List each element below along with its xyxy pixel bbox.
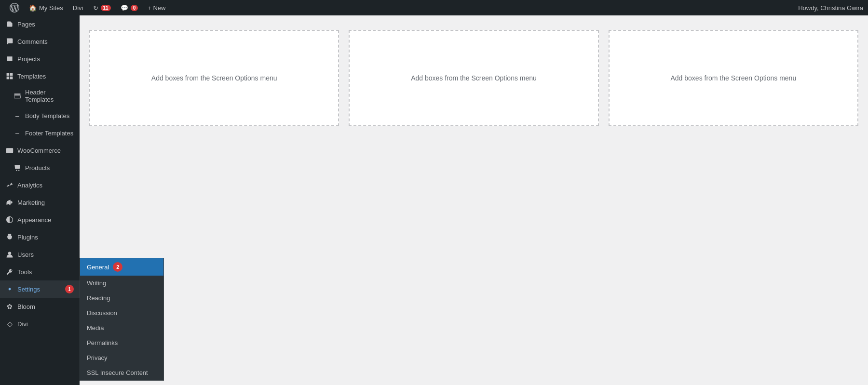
svg-rect-0	[7, 73, 10, 76]
plugins-label: Plugins	[17, 234, 38, 241]
flyout-item-reading[interactable]: Reading	[80, 291, 163, 305]
main-layout: Pages Comments Projects Templates Header	[0, 15, 868, 385]
sidebar: Pages Comments Projects Templates Header	[0, 15, 80, 385]
svg-rect-4	[6, 148, 13, 153]
settings-badge: 1	[65, 285, 74, 293]
sidebar-item-header-templates[interactable]: Header Templates	[0, 85, 80, 107]
my-sites-item[interactable]: 🏠 My Sites	[24, 0, 68, 15]
sidebar-item-users[interactable]: Users	[0, 246, 80, 263]
analytics-label: Analytics	[17, 182, 42, 189]
appearance-label: Appearance	[17, 216, 51, 224]
svg-point-10	[8, 252, 11, 254]
comments-count: 0	[131, 5, 138, 11]
flyout-ssl-label: SSL Insecure Content	[87, 369, 148, 376]
users-icon	[6, 251, 14, 258]
sidebar-item-pages[interactable]: Pages	[0, 15, 80, 33]
dashboard-box-3-text: Add boxes from the Screen Options menu	[670, 74, 796, 82]
sidebar-item-comments[interactable]: Comments	[0, 33, 80, 50]
wp-icon	[10, 3, 19, 13]
flyout-item-discussion[interactable]: Discussion	[80, 305, 163, 320]
sidebar-item-appearance[interactable]: Appearance	[0, 211, 80, 228]
sidebar-item-analytics[interactable]: Analytics	[0, 176, 80, 194]
header-templates-label: Header Templates	[25, 89, 74, 103]
woocommerce-label: WooCommerce	[17, 147, 61, 154]
svg-point-7	[6, 203, 8, 204]
sidebar-item-marketing[interactable]: Marketing	[0, 194, 80, 211]
sidebar-item-templates[interactable]: Templates	[0, 67, 80, 85]
divi-sidebar-icon: ◇	[6, 320, 14, 328]
pages-label: Pages	[17, 21, 35, 28]
sidebar-item-footer-templates[interactable]: – Footer Templates	[0, 124, 80, 142]
settings-flyout: General 2 Writing Reading Discussion Med…	[80, 258, 164, 381]
flyout-item-writing[interactable]: Writing	[80, 276, 163, 291]
sidebar-item-divi[interactable]: ◇ Divi	[0, 315, 80, 332]
woocommerce-icon	[6, 146, 14, 154]
products-label: Products	[25, 164, 50, 172]
dashboard-box-2: Add boxes from the Screen Options menu	[349, 30, 598, 126]
flyout-media-label: Media	[87, 324, 104, 332]
updates-count: 11	[101, 5, 111, 11]
divi-label: Divi	[73, 4, 83, 12]
divi-item[interactable]: Divi	[68, 0, 88, 15]
tools-label: Tools	[17, 268, 32, 276]
bloom-icon: ✿	[6, 303, 14, 310]
marketing-label: Marketing	[17, 199, 45, 206]
content-area: Add boxes from the Screen Options menu A…	[80, 15, 868, 385]
bloom-label: Bloom	[17, 303, 35, 310]
dashboard-grid: Add boxes from the Screen Options menu A…	[89, 25, 858, 126]
flyout-item-privacy[interactable]: Privacy	[80, 350, 163, 365]
projects-label: Projects	[17, 55, 40, 63]
sidebar-item-plugins[interactable]: Plugins	[0, 228, 80, 246]
sidebar-item-body-templates[interactable]: – Body Templates	[0, 107, 80, 124]
marketing-icon	[6, 199, 14, 206]
dashboard-box-1: Add boxes from the Screen Options menu	[89, 30, 339, 126]
sidebar-item-woocommerce[interactable]: WooCommerce	[0, 142, 80, 159]
users-label: Users	[17, 251, 34, 258]
flyout-general-badge: 2	[113, 262, 122, 272]
body-templates-icon: –	[14, 112, 21, 119]
appearance-icon	[6, 216, 14, 224]
dashboard-box-3: Add boxes from the Screen Options menu	[609, 30, 858, 126]
greeting-text: Howdy, Christina Gwira	[798, 4, 863, 12]
admin-bar-right: Howdy, Christina Gwira	[798, 4, 863, 12]
plugins-icon	[6, 233, 14, 241]
svg-rect-1	[10, 73, 13, 76]
svg-rect-3	[10, 77, 13, 80]
divi-sidebar-label: Divi	[17, 320, 28, 328]
comments-icon: 💬	[121, 4, 128, 12]
comments-bar-item[interactable]: 💬 0	[116, 0, 143, 15]
flyout-discussion-label: Discussion	[87, 309, 117, 317]
flyout-writing-label: Writing	[87, 279, 106, 287]
svg-point-6	[18, 170, 19, 171]
sidebar-item-projects[interactable]: Projects	[0, 50, 80, 67]
updates-icon: ↻	[93, 4, 98, 12]
tools-icon	[6, 268, 14, 276]
flyout-privacy-label: Privacy	[87, 354, 108, 361]
svg-rect-9	[8, 234, 11, 236]
new-item[interactable]: + New	[143, 0, 170, 15]
sidebar-item-products[interactable]: Products	[0, 159, 80, 176]
updates-item[interactable]: ↻ 11	[88, 0, 116, 15]
flyout-item-ssl[interactable]: SSL Insecure Content	[80, 365, 163, 380]
sidebar-item-settings[interactable]: Settings 1	[0, 280, 80, 298]
flyout-item-permalinks[interactable]: Permalinks	[80, 335, 163, 350]
settings-label: Settings	[17, 286, 40, 293]
footer-templates-icon: –	[14, 129, 21, 137]
dashboard-box-2-text: Add boxes from the Screen Options menu	[411, 74, 537, 82]
flyout-reading-label: Reading	[87, 294, 110, 302]
sidebar-item-tools[interactable]: Tools	[0, 263, 80, 280]
flyout-item-media[interactable]: Media	[80, 320, 163, 335]
templates-icon	[6, 72, 14, 80]
wp-logo-item[interactable]	[5, 0, 24, 15]
flyout-item-general[interactable]: General 2	[80, 258, 163, 276]
flyout-general-label: General	[87, 264, 109, 271]
home-icon: 🏠	[29, 4, 37, 12]
header-templates-icon	[14, 92, 21, 100]
analytics-icon	[6, 181, 14, 189]
admin-bar: 🏠 My Sites Divi ↻ 11 💬 0 + New Howdy, Ch…	[0, 0, 868, 15]
projects-icon	[6, 55, 14, 63]
settings-icon	[6, 285, 14, 293]
svg-rect-2	[7, 77, 10, 80]
sidebar-item-bloom[interactable]: ✿ Bloom	[0, 298, 80, 315]
new-label: + New	[148, 4, 165, 12]
